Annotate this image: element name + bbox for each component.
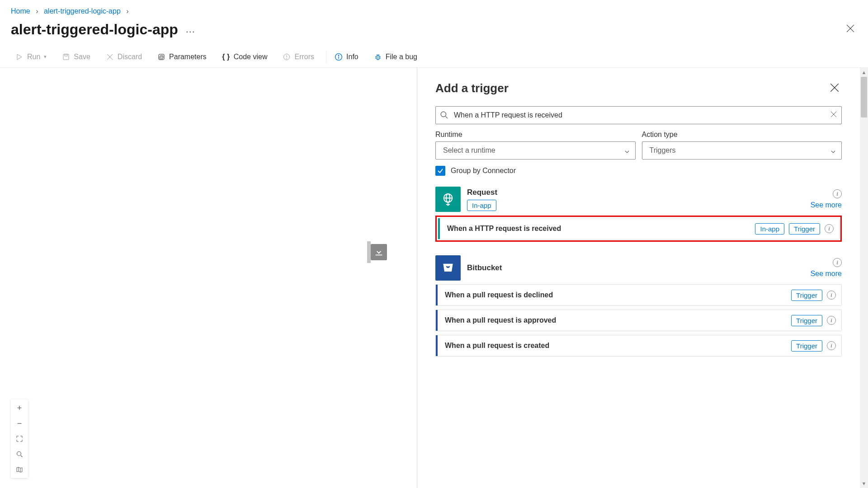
download-icon	[374, 247, 384, 257]
close-icon	[106, 53, 114, 61]
chevron-right-icon: ›	[126, 7, 128, 15]
trigger-pill: Trigger	[791, 290, 822, 301]
svg-point-13	[338, 55, 339, 55]
panel-title: Add a trigger	[435, 81, 509, 95]
vertical-scrollbar[interactable]: ▲ ▼	[860, 68, 868, 488]
discard-button[interactable]: Discard	[101, 50, 146, 64]
connector-info-button[interactable]: i	[833, 258, 842, 267]
group-by-connector-checkbox[interactable]	[435, 166, 445, 176]
runtime-dropdown[interactable]: Select a runtime	[435, 141, 636, 160]
canvas-controls: + −	[11, 399, 28, 478]
actiontype-dropdown[interactable]: Triggers	[642, 141, 842, 160]
breadcrumb: Home › alert-triggered-logic-app ›	[0, 0, 868, 17]
scrollbar-thumb[interactable]	[861, 77, 867, 117]
chevron-down-icon	[830, 148, 836, 156]
request-connector-icon	[435, 187, 461, 212]
info-icon	[335, 53, 343, 61]
more-options[interactable]: …	[185, 23, 196, 35]
trigger-pill: Trigger	[791, 340, 822, 352]
save-button[interactable]: Save	[57, 50, 94, 64]
trigger-info-button[interactable]: i	[825, 224, 834, 233]
connector-info-button[interactable]: i	[833, 189, 842, 198]
connector-bitbucket-header: Bitbucket i See more	[435, 255, 842, 281]
svg-marker-2	[17, 54, 22, 60]
svg-point-11	[287, 58, 287, 59]
svg-rect-3	[63, 54, 69, 60]
svg-point-29	[441, 112, 446, 117]
scroll-up-arrow[interactable]: ▲	[860, 68, 868, 77]
expand-icon	[16, 435, 23, 442]
parameters-icon: @	[157, 53, 165, 61]
search-canvas-button[interactable]	[13, 447, 26, 461]
bucket-icon	[441, 261, 455, 275]
highlighted-trigger: When a HTTP request is received In-app T…	[435, 216, 842, 242]
zoom-out-button[interactable]: −	[13, 417, 26, 430]
trigger-info-button[interactable]: i	[827, 291, 836, 300]
check-icon	[437, 167, 444, 174]
trigger-info-button[interactable]: i	[827, 316, 836, 325]
error-icon	[283, 53, 291, 61]
zoom-in-button[interactable]: +	[13, 401, 26, 415]
inapp-pill: In-app	[467, 200, 496, 211]
page-title: alert-triggered-logic-app	[11, 21, 178, 38]
panel-close-button[interactable]	[827, 80, 842, 96]
svg-point-23	[17, 452, 21, 456]
fit-button[interactable]	[13, 432, 26, 446]
runtime-label: Runtime	[435, 131, 636, 139]
map-icon	[16, 466, 23, 473]
run-button[interactable]: Run ▾	[11, 50, 51, 64]
search-icon	[440, 111, 448, 120]
file-bug-button[interactable]: File a bug	[369, 50, 422, 64]
info-button[interactable]: Info	[330, 50, 363, 64]
search-icon	[16, 450, 23, 458]
close-icon	[830, 83, 839, 92]
svg-text:@: @	[159, 54, 164, 60]
connector-name: Request	[467, 188, 497, 197]
trigger-search-input[interactable]	[435, 106, 842, 124]
connector-name: Bitbucket	[467, 263, 502, 272]
toolbar: Run ▾ Save Discard @ Parameters { } Code…	[0, 46, 868, 68]
svg-rect-4	[65, 54, 67, 56]
inapp-pill: In-app	[755, 223, 784, 235]
play-icon	[15, 53, 24, 61]
errors-button[interactable]: Errors	[278, 50, 319, 64]
trigger-pill: Trigger	[791, 315, 822, 326]
bitbucket-connector-icon	[435, 255, 461, 281]
trigger-info-button[interactable]: i	[827, 341, 836, 350]
breadcrumb-app[interactable]: alert-triggered-logic-app	[44, 7, 121, 15]
trigger-pr-approved[interactable]: When a pull request is approved Trigger …	[435, 310, 842, 331]
bug-icon	[374, 53, 382, 61]
close-page-button[interactable]	[844, 21, 857, 38]
actiontype-label: Action type	[642, 131, 842, 139]
parameters-button[interactable]: @ Parameters	[153, 50, 211, 64]
svg-line-30	[445, 116, 448, 118]
scroll-down-arrow[interactable]: ▼	[860, 479, 868, 488]
globe-icon	[441, 192, 455, 206]
trigger-http-request-received[interactable]: When a HTTP request is received In-app T…	[438, 218, 840, 239]
minimap-button[interactable]	[13, 463, 26, 476]
chevron-right-icon: ›	[36, 7, 38, 15]
trigger-pill: Trigger	[789, 223, 820, 235]
see-more-link[interactable]: See more	[811, 201, 842, 209]
add-trigger-panel: Add a trigger Runtime	[417, 68, 860, 488]
save-icon	[62, 53, 70, 61]
chevron-down-icon	[624, 148, 630, 156]
group-by-connector-label: Group by Connector	[451, 167, 516, 175]
connector-request-header: Request In-app i See more	[435, 187, 842, 212]
trigger-pr-declined[interactable]: When a pull request is declined Trigger …	[435, 284, 842, 306]
designer-canvas[interactable]: + −	[0, 68, 417, 488]
see-more-link[interactable]: See more	[811, 270, 842, 278]
trigger-pr-created[interactable]: When a pull request is created Trigger i	[435, 335, 842, 357]
svg-line-24	[21, 455, 23, 457]
codeview-button[interactable]: { } Code view	[217, 50, 272, 64]
close-icon	[846, 24, 854, 33]
close-icon	[830, 111, 837, 118]
clear-search-button[interactable]	[830, 111, 837, 119]
canvas-placeholder-node[interactable]	[371, 244, 387, 260]
canvas-node-handle	[367, 241, 371, 263]
braces-icon: { }	[222, 53, 230, 61]
breadcrumb-home[interactable]: Home	[11, 7, 30, 15]
chevron-down-icon: ▾	[44, 54, 47, 60]
